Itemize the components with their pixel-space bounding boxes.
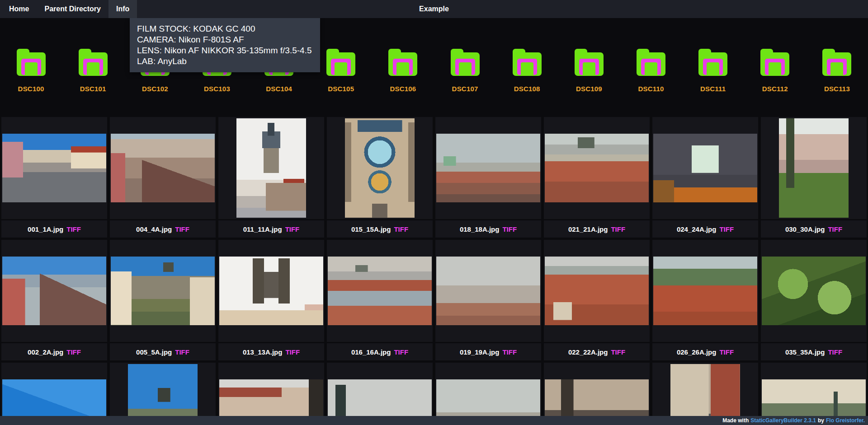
photo-thumbnail[interactable]: [111, 134, 215, 202]
photo-panel[interactable]: [435, 117, 541, 219]
photo-thumbnail[interactable]: [345, 118, 415, 218]
photo-label-strip: 018_18A.jpgTIFF: [435, 220, 541, 238]
photo-panel[interactable]: [1, 117, 107, 219]
photo-thumbnail[interactable]: [236, 118, 306, 218]
photo-panel[interactable]: [110, 240, 216, 342]
photo-panel[interactable]: [544, 240, 650, 342]
photo-filename: 001_1A.jpg: [28, 225, 63, 233]
gallery-cell: 001_1A.jpgTIFF: [1, 117, 107, 238]
folder-label: DSC100: [18, 85, 44, 93]
photo-thumbnail[interactable]: [653, 257, 757, 325]
folder-label: DSC108: [514, 85, 540, 93]
photo-format-badge[interactable]: TIFF: [66, 348, 81, 356]
photo-format-badge[interactable]: TIFF: [828, 348, 842, 356]
folder-item-dsc100[interactable]: DSC100: [0, 49, 62, 93]
photo-format-badge[interactable]: TIFF: [66, 225, 81, 233]
folder-item-dsc109[interactable]: DSC109: [558, 49, 620, 93]
photo-format-badge[interactable]: TIFF: [719, 348, 734, 356]
photo-thumbnail[interactable]: [328, 257, 432, 325]
gallery-cell: 035_35A.jpgTIFF: [761, 240, 867, 360]
footer-made-with-text: Made with: [722, 417, 749, 424]
photo-filename: 002_2A.jpg: [28, 348, 63, 356]
photo-panel[interactable]: [327, 117, 433, 219]
photo-thumbnail[interactable]: [2, 257, 106, 325]
nav-item-home[interactable]: Home: [1, 0, 37, 18]
photo-thumbnail[interactable]: [545, 134, 649, 202]
gallery-cell: 015_15A.jpgTIFF: [327, 117, 433, 238]
nav-items: HomeParent DirectoryInfo: [0, 0, 137, 18]
folder-label: DSC106: [390, 85, 416, 93]
photo-label-strip: 035_35A.jpgTIFF: [761, 343, 867, 360]
photo-format-badge[interactable]: TIFF: [502, 348, 517, 356]
folder-icon: [79, 49, 108, 76]
photo-filename: 016_16A.jpg: [351, 348, 391, 356]
photo-format-badge[interactable]: TIFF: [175, 225, 189, 233]
gallery-row: 002_2A.jpgTIFF005_5A.jpgTIFF013_13A.jpgT…: [0, 240, 868, 360]
folder-item-dsc107[interactable]: DSC107: [434, 49, 496, 93]
folder-item-dsc101[interactable]: DSC101: [62, 49, 124, 93]
photo-panel[interactable]: [544, 117, 650, 219]
photo-thumbnail[interactable]: [2, 134, 106, 202]
photo-panel[interactable]: [435, 240, 541, 342]
photo-format-badge[interactable]: TIFF: [285, 348, 300, 356]
author-link[interactable]: Flo Greistorfer.: [826, 417, 865, 424]
folder-item-dsc112[interactable]: DSC112: [744, 49, 806, 93]
photo-format-badge[interactable]: TIFF: [828, 225, 842, 233]
photo-label-strip: 019_19A.jpgTIFF: [435, 343, 541, 360]
photo-panel[interactable]: [1, 240, 107, 342]
tooltip-line: LAB: AnyLab: [137, 56, 313, 67]
gallery-cell: 004_4A.jpgTIFF: [110, 117, 216, 238]
photo-thumbnail[interactable]: [545, 257, 649, 325]
folder-item-dsc111[interactable]: DSC111: [682, 49, 744, 93]
photo-thumbnail[interactable]: [436, 257, 540, 325]
photo-gallery: 001_1A.jpgTIFF004_4A.jpgTIFF011_11A.jpgT…: [0, 117, 868, 425]
photo-thumbnail[interactable]: [219, 257, 323, 325]
tooltip-line: CAMERA: Nikon F-801S AF: [137, 34, 313, 45]
gallery-cell: 013_13A.jpgTIFF: [218, 240, 324, 360]
folder-item-dsc108[interactable]: DSC108: [496, 49, 558, 93]
photo-format-badge[interactable]: TIFF: [502, 225, 517, 233]
folder-icon-part: [459, 62, 472, 75]
photo-thumbnail[interactable]: [653, 134, 757, 202]
folder-item-dsc113[interactable]: DSC113: [806, 49, 868, 93]
photo-thumbnail[interactable]: [436, 134, 540, 202]
folder-label: DSC105: [328, 85, 354, 93]
builder-link[interactable]: StaticGalleryBuilder 2.3.1: [750, 417, 816, 424]
photo-format-badge[interactable]: TIFF: [611, 225, 625, 233]
photo-panel[interactable]: [761, 240, 867, 342]
photo-format-badge[interactable]: TIFF: [394, 225, 408, 233]
photo-format-badge[interactable]: TIFF: [394, 348, 408, 356]
photo-filename: 035_35A.jpg: [785, 348, 825, 356]
nav-item-parent-directory[interactable]: Parent Directory: [37, 0, 108, 18]
photo-panel[interactable]: [652, 240, 758, 342]
gallery-cell: 005_5A.jpgTIFF: [110, 240, 216, 360]
folder-label: DSC103: [204, 85, 230, 93]
photo-filename: 018_18A.jpg: [460, 225, 500, 233]
folder-icon: [822, 49, 851, 76]
photo-thumbnail[interactable]: [111, 257, 215, 325]
photo-panel[interactable]: [110, 117, 216, 219]
photo-panel[interactable]: [218, 240, 324, 342]
photo-panel[interactable]: [652, 117, 758, 219]
folder-label: DSC111: [700, 85, 726, 93]
photo-format-badge[interactable]: TIFF: [285, 225, 300, 233]
photo-filename: 024_24A.jpg: [677, 225, 717, 233]
folder-icon: [17, 49, 46, 76]
photo-format-badge[interactable]: TIFF: [175, 348, 189, 356]
photo-filename: 026_26A.jpg: [677, 348, 717, 356]
folder-icon: [637, 49, 665, 76]
photo-panel[interactable]: [761, 117, 867, 219]
photo-format-badge[interactable]: TIFF: [611, 348, 625, 356]
top-nav: HomeParent DirectoryInfo Example: [0, 0, 868, 18]
nav-item-info[interactable]: Info: [108, 0, 137, 18]
folder-item-dsc106[interactable]: DSC106: [372, 49, 434, 93]
folder-item-dsc110[interactable]: DSC110: [620, 49, 682, 93]
photo-panel[interactable]: [218, 117, 324, 219]
folder-icon: [451, 49, 480, 76]
photo-thumbnail[interactable]: [779, 118, 849, 218]
photo-format-badge[interactable]: TIFF: [719, 225, 734, 233]
photo-thumbnail[interactable]: [762, 257, 866, 325]
photo-panel[interactable]: [327, 240, 433, 342]
folder-icon: [575, 49, 604, 76]
photo-filename: 011_11A.jpg: [243, 225, 282, 233]
